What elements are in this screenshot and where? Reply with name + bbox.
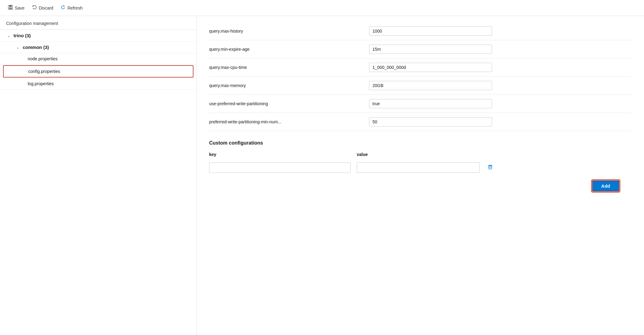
- config-input-4[interactable]: [369, 99, 492, 108]
- chevron-down-icon: ⌄: [15, 45, 20, 50]
- config-input-3[interactable]: [369, 81, 492, 90]
- tree-item-label: log.properties: [28, 81, 54, 86]
- config-row-4: use-preferred-write-partitioning: [209, 95, 632, 113]
- config-input-1[interactable]: [369, 45, 492, 54]
- custom-section-title: Custom configurations: [209, 140, 632, 146]
- tree-item-label: config.properties: [28, 69, 60, 74]
- sidebar-item-node-properties[interactable]: node.properties: [0, 53, 197, 65]
- config-key-1: query.min-expire-age: [209, 47, 369, 52]
- save-icon: [8, 5, 13, 11]
- sidebar-item-config-properties[interactable]: config.properties: [3, 65, 193, 78]
- discard-icon: [32, 5, 37, 11]
- sidebar-item-common[interactable]: ⌄ common (3): [0, 42, 197, 53]
- svg-rect-2: [9, 7, 12, 9]
- add-btn-row: Add: [209, 180, 632, 192]
- svg-rect-3: [489, 165, 491, 166]
- custom-row-0: [209, 162, 632, 173]
- refresh-button[interactable]: Refresh: [58, 3, 85, 13]
- add-button[interactable]: Add: [592, 180, 619, 192]
- custom-value-input-wrapper: [357, 162, 480, 173]
- chevron-down-icon: ⌄: [6, 34, 11, 38]
- config-input-2[interactable]: [369, 63, 492, 72]
- discard-label: Discard: [39, 6, 53, 10]
- config-key-3: query.max-memory: [209, 83, 369, 88]
- delete-row-button-0[interactable]: [486, 163, 495, 173]
- custom-configurations-section: Custom configurations key value: [209, 140, 632, 192]
- trash-icon: [487, 164, 493, 172]
- config-value-2: [369, 63, 492, 72]
- custom-key-header: key: [209, 152, 351, 157]
- config-input-0[interactable]: [369, 26, 492, 36]
- config-key-4: use-preferred-write-partitioning: [209, 101, 369, 106]
- custom-value-input-0[interactable]: [357, 162, 480, 173]
- config-value-5: [369, 117, 492, 126]
- custom-table-header: key value: [209, 152, 632, 159]
- discard-button[interactable]: Discard: [29, 3, 56, 13]
- save-label: Save: [15, 6, 25, 10]
- config-value-3: [369, 81, 492, 90]
- main-layout: Configuration management ⌄ trino (3) ⌄ c…: [0, 16, 644, 335]
- config-input-5[interactable]: [369, 117, 492, 126]
- config-row-5: preferred-write-partitioning-min-num...: [209, 113, 632, 131]
- sidebar-header: Configuration management: [0, 16, 197, 30]
- toolbar: Save Discard Refresh: [0, 0, 644, 16]
- custom-key-input-wrapper: [209, 162, 351, 173]
- sidebar-item-log-properties[interactable]: log.properties: [0, 78, 197, 90]
- right-panel: query.max-history query.min-expire-age q…: [197, 16, 644, 335]
- config-value-4: [369, 99, 492, 108]
- svg-rect-4: [488, 166, 492, 166]
- config-row-2: query.max-cpu-time: [209, 58, 632, 77]
- sidebar-item-trino[interactable]: ⌄ trino (3): [0, 30, 197, 42]
- sidebar: Configuration management ⌄ trino (3) ⌄ c…: [0, 16, 197, 335]
- config-key-5: preferred-write-partitioning-min-num...: [209, 119, 369, 124]
- refresh-label: Refresh: [67, 6, 82, 10]
- config-row-0: query.max-history: [209, 22, 632, 40]
- config-key-2: query.max-cpu-time: [209, 65, 369, 70]
- config-rows: query.max-history query.min-expire-age q…: [209, 22, 632, 131]
- config-row-1: query.min-expire-age: [209, 40, 632, 58]
- save-button[interactable]: Save: [5, 3, 28, 13]
- config-value-1: [369, 45, 492, 54]
- refresh-icon: [61, 5, 66, 11]
- svg-rect-1: [9, 5, 12, 7]
- custom-value-header: value: [357, 152, 632, 157]
- config-key-0: query.max-history: [209, 29, 369, 34]
- config-value-0: [369, 26, 492, 36]
- tree-item-label: node.properties: [28, 56, 58, 61]
- custom-key-input-0[interactable]: [209, 162, 351, 173]
- config-row-3: query.max-memory: [209, 77, 632, 95]
